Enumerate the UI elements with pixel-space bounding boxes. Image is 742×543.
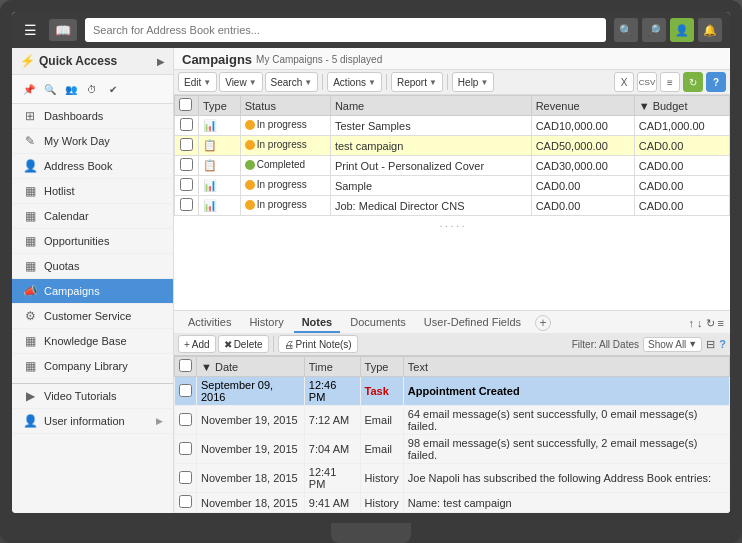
notes-row[interactable]: November 19, 2015 7:12 AM Email 64 email…: [175, 406, 730, 435]
row-checkbox[interactable]: [180, 178, 193, 191]
notes-row-checkbox[interactable]: [179, 384, 192, 397]
sidebar-item-knowledge-base[interactable]: ▦ Knowledge Base: [12, 329, 173, 354]
tabs-row: Activities History Notes Documents User-…: [174, 311, 730, 333]
pin-icon[interactable]: 📌: [20, 80, 38, 98]
search-quick-icon[interactable]: 🔍: [41, 80, 59, 98]
refresh-icon[interactable]: ↻: [683, 72, 703, 92]
th-name[interactable]: Name: [330, 96, 531, 116]
notes-row[interactable]: November 18, 2015 12:41 PM History Joe N…: [175, 464, 730, 493]
actions-button[interactable]: Actions ▼: [327, 72, 382, 92]
bell-icon-btn[interactable]: 🔔: [698, 18, 722, 42]
sidebar-item-company-library[interactable]: ▦ Company Library: [12, 354, 173, 379]
name-cell: test campaign: [330, 136, 531, 156]
export-csv-icon[interactable]: CSV: [637, 72, 657, 92]
search-button[interactable]: Search ▼: [265, 72, 319, 92]
sidebar-item-dashboards[interactable]: ⊞ Dashboards: [12, 104, 173, 129]
help-q-icon[interactable]: ?: [706, 72, 726, 92]
company-library-icon: ▦: [22, 359, 38, 373]
arrow-up-icon[interactable]: ↑: [689, 317, 695, 329]
notes-add-button[interactable]: + Add: [178, 335, 216, 353]
edit-button[interactable]: Edit ▼: [178, 72, 217, 92]
refresh-bottom-icon[interactable]: ↻: [706, 317, 715, 330]
view-button[interactable]: View ▼: [219, 72, 262, 92]
notes-row-checkbox[interactable]: [179, 471, 192, 484]
notes-print-button[interactable]: 🖨 Print Note(s): [278, 335, 358, 353]
notes-th-text[interactable]: Text: [403, 357, 729, 377]
notes-text-cell: Joe Napoli has subscribed the following …: [403, 464, 729, 493]
tab-add-button[interactable]: +: [535, 315, 551, 331]
people-icon[interactable]: 👥: [62, 80, 80, 98]
th-status[interactable]: Status: [240, 96, 330, 116]
help-button[interactable]: Help ▼: [452, 72, 495, 92]
table-more-indicator: . . . . .: [174, 216, 730, 231]
type-cell: 📋: [199, 136, 241, 156]
sidebar-item-quotas[interactable]: ▦ Quotas: [12, 254, 173, 279]
search-arrow: ▼: [304, 78, 312, 87]
name-cell: Sample: [330, 176, 531, 196]
report-button[interactable]: Report ▼: [391, 72, 443, 92]
table-row[interactable]: 📊 In progress Tester Samples CAD10,000.0…: [175, 116, 730, 136]
notes-th-date[interactable]: ▼ Date: [197, 357, 305, 377]
toolbar-separator-2: [386, 74, 387, 90]
notes-type-cell: Task: [360, 377, 403, 406]
row-checkbox[interactable]: [180, 118, 193, 131]
check-icon[interactable]: ✔: [104, 80, 122, 98]
find-icon-btn[interactable]: 🔎: [642, 18, 666, 42]
notes-row-checkbox[interactable]: [179, 442, 192, 455]
notes-select-all[interactable]: [179, 359, 192, 372]
columns-bottom-icon[interactable]: ≡: [718, 317, 724, 329]
type-cell: 📋: [199, 156, 241, 176]
sidebar-item-user-information[interactable]: 👤 User information ▶: [12, 409, 173, 434]
notes-th-time[interactable]: Time: [304, 357, 360, 377]
hamburger-button[interactable]: ☰: [20, 18, 41, 42]
row-checkbox[interactable]: [180, 198, 193, 211]
sidebar-item-customer-service[interactable]: ⚙ Customer Service: [12, 304, 173, 329]
notes-row-checkbox[interactable]: [179, 495, 192, 508]
arrow-down-icon[interactable]: ↓: [697, 317, 703, 329]
table-row[interactable]: 📋 Completed Print Out - Personalized Cov…: [175, 156, 730, 176]
notes-row[interactable]: November 19, 2015 7:04 AM Email 98 email…: [175, 435, 730, 464]
quick-access-arrow[interactable]: ▶: [157, 56, 165, 67]
tab-user-defined-fields[interactable]: User-Defined Fields: [416, 313, 529, 333]
select-all-checkbox[interactable]: [179, 98, 192, 111]
sidebar-label-quotas: Quotas: [44, 260, 79, 272]
export-excel-icon[interactable]: X: [614, 72, 634, 92]
notes-grid-icon[interactable]: ⊟: [706, 338, 715, 351]
th-revenue[interactable]: Revenue: [531, 96, 634, 116]
table-row[interactable]: 📊 In progress Sample CAD0.00 CAD0.00: [175, 176, 730, 196]
notes-date-cell: November 18, 2015: [197, 493, 305, 513]
sidebar-item-hotlist[interactable]: ▦ Hotlist: [12, 179, 173, 204]
sidebar-item-calendar[interactable]: ▦ Calendar: [12, 204, 173, 229]
show-all-button[interactable]: Show All ▼: [643, 337, 702, 352]
table-row[interactable]: 📊 In progress Job: Medical Director CNS …: [175, 196, 730, 216]
columns-icon[interactable]: ≡: [660, 72, 680, 92]
tab-activities[interactable]: Activities: [180, 313, 239, 333]
notes-row[interactable]: November 18, 2015 9:41 AM History Name: …: [175, 493, 730, 513]
sidebar-label-company-library: Company Library: [44, 360, 128, 372]
status-dot-orange: [245, 180, 255, 190]
notes-help-icon[interactable]: ?: [719, 338, 726, 350]
notes-table: ▼ Date Time Type Text September 09, 2016…: [174, 356, 730, 513]
notes-th-type[interactable]: Type: [360, 357, 403, 377]
notes-delete-button[interactable]: ✖ Delete: [218, 335, 269, 353]
filter-label: Filter: All Dates: [572, 339, 639, 350]
row-checkbox[interactable]: [180, 158, 193, 171]
sidebar-item-address-book[interactable]: 👤 Address Book: [12, 154, 173, 179]
tab-notes[interactable]: Notes: [294, 313, 341, 333]
tab-documents[interactable]: Documents: [342, 313, 414, 333]
type-cell: 📊: [199, 176, 241, 196]
sidebar-item-campaigns[interactable]: 📣 Campaigns: [12, 279, 173, 304]
search-icon-btn[interactable]: 🔍: [614, 18, 638, 42]
time-icon[interactable]: ⏱: [83, 80, 101, 98]
tab-history[interactable]: History: [241, 313, 291, 333]
sidebar-item-my-work-day[interactable]: ✎ My Work Day: [12, 129, 173, 154]
notes-row[interactable]: September 09, 2016 12:46 PM Task Appoint…: [175, 377, 730, 406]
row-checkbox[interactable]: [180, 138, 193, 151]
search-input[interactable]: [85, 18, 606, 42]
table-row[interactable]: 📋 In progress test campaign CAD50,000.00…: [175, 136, 730, 156]
sidebar-item-opportunities[interactable]: ▦ Opportunities: [12, 229, 173, 254]
sidebar-item-video-tutorials[interactable]: ▶ Video Tutorials: [12, 383, 173, 409]
contact-icon-btn[interactable]: 👤: [670, 18, 694, 42]
notes-row-checkbox[interactable]: [179, 413, 192, 426]
th-budget[interactable]: ▼ Budget: [634, 96, 729, 116]
